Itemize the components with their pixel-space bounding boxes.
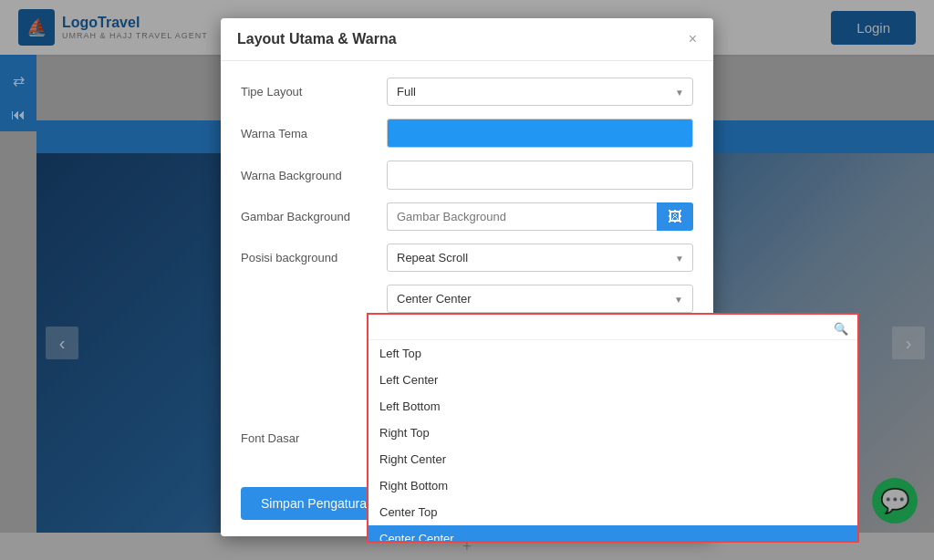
posisi-background-control: Repeat Scroll (387, 244, 693, 272)
warna-tema-row: Warna Tema (241, 119, 693, 148)
warna-tema-control (387, 119, 693, 148)
dropdown-search-wrapper: 🔍 (368, 315, 857, 340)
option-left-top[interactable]: Left Top (368, 340, 857, 367)
warna-background-row: Warna Background (241, 161, 693, 190)
modal-header: Layout Utama & Warna × (221, 18, 713, 61)
warna-background-label: Warna Background (241, 169, 387, 182)
font-dasar-label: Font Dasar (241, 431, 387, 445)
gambar-background-row: Gambar Background 🖼 (241, 202, 693, 231)
dropdown-options-list: Left Top Left Center Left Bottom Right T… (368, 340, 857, 541)
tipe-layout-label: Tipe Layout (241, 85, 387, 99)
warna-tema-label: Warna Tema (241, 127, 387, 140)
tipe-layout-select[interactable]: Full (387, 78, 693, 106)
option-center-top[interactable]: Center Top (368, 499, 857, 525)
posisi-background-row: Posisi background Repeat Scroll (241, 244, 693, 272)
option-right-top[interactable]: Right Top (368, 420, 857, 446)
tipe-layout-row: Tipe Layout Full (241, 78, 693, 106)
tipe-layout-control: Full (387, 78, 693, 106)
posisi2-selected[interactable]: Center Center (387, 285, 693, 313)
gambar-background-control: 🖼 (387, 202, 693, 231)
option-left-center[interactable]: Left Center (368, 367, 857, 393)
option-right-center[interactable]: Right Center (368, 446, 857, 472)
modal-title: Layout Utama & Warna (237, 31, 397, 47)
modal-body: Tipe Layout Full Warna Tema Warna Backgr… (221, 61, 713, 474)
gambar-background-input-wrapper: 🖼 (387, 202, 693, 231)
posisi-background-select[interactable]: Repeat Scroll (387, 244, 693, 272)
gambar-background-upload-button[interactable]: 🖼 (657, 202, 693, 231)
modal-dialog: Layout Utama & Warna × Tipe Layout Full … (221, 18, 713, 536)
search-icon: 🔍 (834, 322, 848, 336)
posisi-background-select-wrapper: Repeat Scroll (387, 244, 693, 272)
option-right-bottom[interactable]: Right Bottom (368, 472, 857, 499)
option-center-center[interactable]: Center Center (368, 525, 857, 541)
warna-background-swatch[interactable] (387, 161, 693, 190)
close-icon[interactable]: × (689, 32, 697, 47)
dropdown-search-input[interactable] (368, 315, 857, 340)
option-left-bottom[interactable]: Left Bottom (368, 393, 857, 420)
posisi2-row: Center Center 🔍 Left Top Left Center Lef… (241, 285, 693, 313)
warna-background-control (387, 161, 693, 190)
tipe-layout-select-wrapper: Full (387, 78, 693, 106)
gambar-background-label: Gambar Background (241, 210, 387, 223)
gambar-background-input[interactable] (387, 202, 657, 231)
warna-tema-swatch[interactable] (387, 119, 693, 148)
posisi2-control: Center Center 🔍 Left Top Left Center Lef… (387, 285, 693, 313)
position-dropdown-list-wrapper: 🔍 Left Top Left Center Left Bottom Right… (367, 313, 859, 543)
posisi-background-label: Posisi background (241, 251, 387, 264)
